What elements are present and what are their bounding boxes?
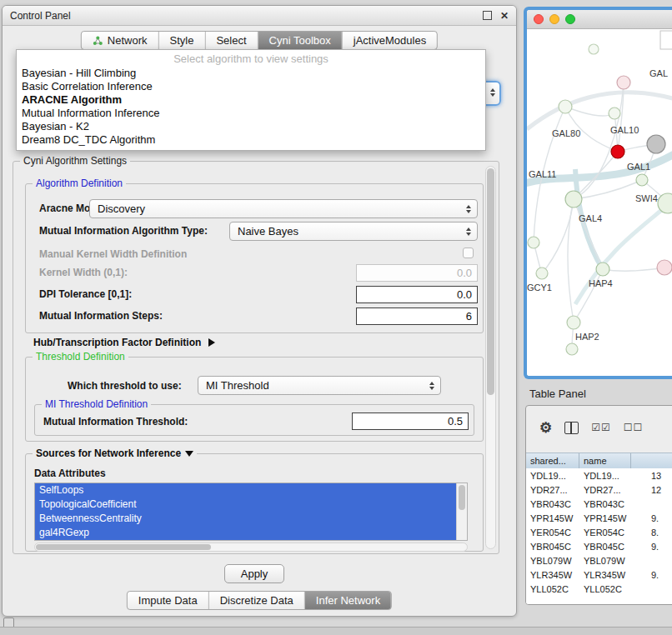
network-window-titlebar[interactable] xyxy=(527,10,672,29)
tab-infer-network[interactable]: Infer Network xyxy=(304,592,391,609)
group-title: MI Threshold Definition xyxy=(42,398,151,410)
float-window-icon[interactable] xyxy=(483,11,492,20)
table-row[interactable]: YLL052C YLL052C xyxy=(526,582,672,596)
cell-shared-name: YBR045C xyxy=(526,539,579,553)
table-row[interactable]: YLR345W YLR345W 9. xyxy=(526,568,672,582)
table-row[interactable]: YBR043C YBR043C xyxy=(526,497,672,511)
stepper-arrows-icon xyxy=(489,88,497,97)
table-body: YDL19... YDL19... 13 YDR27... YDR27... 1… xyxy=(526,468,672,604)
settings-scrollbar[interactable] xyxy=(485,166,496,549)
tab-select[interactable]: Select xyxy=(204,32,257,49)
node-label: GCY1 xyxy=(527,282,552,292)
node-label: HAP2 xyxy=(575,332,599,342)
list-item[interactable]: gal4RGexp xyxy=(35,526,457,540)
group-title: Sources for Network Inference xyxy=(33,448,197,459)
unselect-all-checks-icon[interactable]: ☐☐ xyxy=(624,422,644,433)
close-button[interactable] xyxy=(534,14,544,24)
select-all-checks-icon[interactable]: ☑☑ xyxy=(591,422,611,433)
tab-label: Impute Data xyxy=(138,594,198,607)
data-attributes-list[interactable]: SelfLoops TopologicalCoefficient Between… xyxy=(34,482,468,541)
scrollbar-thumb[interactable] xyxy=(36,544,211,550)
cell-shared-name: YBR043C xyxy=(526,497,579,511)
gear-icon[interactable]: ⚙ xyxy=(539,419,552,437)
cell-extra: 9. xyxy=(631,568,672,582)
dropdown-item[interactable]: Basic Correlation Inference xyxy=(17,80,485,93)
scrollbar-thumb[interactable] xyxy=(459,485,465,510)
expand-arrow-icon[interactable] xyxy=(208,338,215,347)
list-item[interactable]: SelfLoops xyxy=(35,483,457,498)
close-icon[interactable]: ✕ xyxy=(500,11,509,21)
zoom-button[interactable] xyxy=(565,14,575,24)
network-canvas[interactable]: GAL80 GAL10 GAL11 GAL1 SWI4 GAL4 GCY1 HA… xyxy=(527,29,672,376)
table-row[interactable]: YPR145W YPR145W 9. xyxy=(526,511,672,525)
kernel-width-label: Kernel Width (0,1): xyxy=(39,267,128,278)
dropdown-item[interactable]: Bayesian - K2 xyxy=(17,120,485,133)
data-attributes-label: Data Attributes xyxy=(34,468,106,479)
mi-steps-field[interactable]: 6 xyxy=(356,308,478,325)
cell-shared-name: YDR27... xyxy=(526,482,579,497)
column-header-shared-name[interactable]: shared... xyxy=(526,453,579,468)
cell-shared-name: YDL19... xyxy=(526,468,579,482)
collapse-arrow-icon[interactable] xyxy=(185,451,193,457)
tab-discretize-data[interactable]: Discretize Data xyxy=(208,592,304,609)
tab-label: Network xyxy=(108,34,148,47)
list-scrollbar[interactable] xyxy=(456,483,467,540)
hub-definition-label: Hub/Transcription Factor Definition xyxy=(33,337,201,348)
cell-extra: 13 xyxy=(631,468,672,482)
mi-threshold-group: MI Threshold Definition Mutual Informati… xyxy=(34,404,474,436)
dpi-tolerance-label: DPI Tolerance [0,1]: xyxy=(39,288,132,300)
network-view-window: GAL80 GAL10 GAL11 GAL1 SWI4 GAL4 GCY1 HA… xyxy=(524,7,672,379)
table-row[interactable]: YBR045C YBR045C 9. xyxy=(526,539,672,553)
hub-definition-section[interactable]: Hub/Transcription Factor Definition xyxy=(33,337,215,348)
cell-name: YBR045C xyxy=(579,539,631,553)
mi-threshold-field[interactable]: 0.5 xyxy=(352,412,469,430)
cell-name: YER054C xyxy=(579,525,631,539)
node-label: HAP4 xyxy=(589,278,613,288)
tab-label: Discretize Data xyxy=(220,594,293,607)
which-threshold-select[interactable]: MI Threshold xyxy=(198,376,441,395)
list-item[interactable]: TopologicalCoefficient xyxy=(35,498,457,512)
stepper-arrows-icon xyxy=(464,205,473,213)
mi-algorithm-type-select[interactable]: Naive Bayes xyxy=(229,222,478,241)
list-item[interactable]: BetweennessCentrality xyxy=(35,512,457,526)
dropdown-item[interactable]: Mutual Information Inference xyxy=(17,107,485,120)
kernel-width-field[interactable]: 0.0 xyxy=(356,264,478,282)
apply-button[interactable]: Apply xyxy=(224,564,284,583)
cell-extra: 9. xyxy=(631,539,672,553)
columns-icon[interactable] xyxy=(564,422,579,434)
column-header-name[interactable]: name xyxy=(579,453,631,468)
table-row[interactable]: YBL079W YBL079W xyxy=(526,553,672,568)
control-panel-window: Control Panel ✕ Network Style Select Cyn… xyxy=(2,5,517,617)
cyni-mode-tab-bar: Impute Data Discretize Data Infer Networ… xyxy=(127,591,392,610)
tab-network[interactable]: Network xyxy=(82,32,158,49)
dropdown-item[interactable]: Dream8 DC_TDC Algorithm xyxy=(17,133,485,147)
combo-value: Discovery xyxy=(98,202,464,215)
cell-extra: 9. xyxy=(631,511,672,525)
table-row[interactable]: YER054C YER054C 8. xyxy=(526,525,672,539)
table-row[interactable]: YDR27... YDR27... 12 xyxy=(526,482,672,497)
list-horizontal-scrollbar[interactable] xyxy=(34,542,468,552)
aracne-mode-select[interactable]: Discovery xyxy=(89,199,478,218)
manual-kernel-width-checkbox[interactable] xyxy=(463,248,474,258)
tab-jactivemodules[interactable]: jActiveModules xyxy=(342,32,437,49)
dpi-tolerance-field[interactable]: 0.0 xyxy=(356,286,478,303)
minimize-button[interactable] xyxy=(549,14,559,24)
column-header-extra[interactable] xyxy=(631,453,672,468)
control-panel-titlebar[interactable]: Control Panel ✕ xyxy=(3,6,516,26)
dropdown-item-selected[interactable]: ARACNE Algorithm xyxy=(17,93,485,107)
table-row[interactable]: YDL19... YDL19... 13 xyxy=(526,468,672,482)
tab-cyni-toolbox[interactable]: Cyni Toolbox xyxy=(258,32,342,49)
tab-impute-data[interactable]: Impute Data xyxy=(128,592,208,609)
dropdown-item[interactable]: Bayesian - Hill Climbing xyxy=(17,67,485,80)
scrollbar-thumb[interactable] xyxy=(487,168,494,395)
cell-extra xyxy=(631,582,672,596)
cell-extra: 8. xyxy=(631,525,672,539)
tab-style[interactable]: Style xyxy=(158,32,205,49)
algorithm-dropdown-popup: Select algorithm to view settings Bayesi… xyxy=(16,49,486,151)
cell-shared-name: YPR145W xyxy=(526,511,579,525)
which-threshold-label: Which threshold to use: xyxy=(68,380,182,392)
node-label: GAL4 xyxy=(579,213,602,223)
node-label: GAL1 xyxy=(627,162,650,172)
tab-label: Style xyxy=(170,34,194,47)
table-toolbar: ⚙ ☑☑ ☐☐ xyxy=(526,406,672,449)
